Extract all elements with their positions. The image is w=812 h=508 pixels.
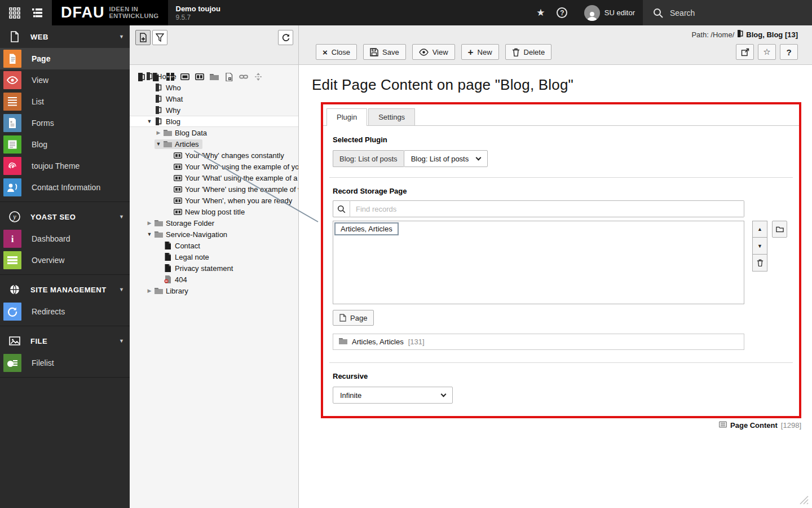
drag-divider-icon[interactable] — [253, 72, 264, 82]
pagetree-toolbar — [130, 25, 298, 65]
chevron-down-icon[interactable]: ▼ — [119, 338, 124, 344]
drag-shortcut-page-icon[interactable] — [135, 72, 147, 82]
bookmark-star-icon[interactable]: ★ — [531, 0, 550, 25]
tree-item-articles[interactable]: ▼ Articles — [130, 138, 298, 150]
drag-link-icon[interactable] — [238, 72, 249, 82]
recursive-label: Recursive — [333, 372, 789, 380]
dfau-logo[interactable]: DFAU IDEEN INENTWICKLUNG — [52, 0, 168, 25]
tree-item-blog[interactable]: ▼ Blog — [130, 116, 298, 127]
tree-item-privacy-statement[interactable]: Privacy statement — [130, 262, 298, 274]
tree-item-service-navigation[interactable]: ▼ Service-Navigation — [130, 229, 298, 240]
section-header-file[interactable]: FILE ▼ — [0, 330, 130, 352]
module-sidebar: WEB ▼ Page View List Forms Blog — [0, 25, 130, 508]
sidebar-item-view[interactable]: View — [0, 69, 130, 91]
collapse-icon[interactable]: ▼ — [145, 231, 153, 237]
tree-item-blog-post[interactable]: Your 'Why' changes constantly — [130, 150, 298, 161]
section-header-web[interactable]: WEB ▼ — [0, 25, 130, 48]
sidebar-item-toujou-theme[interactable]: toujou Theme — [0, 155, 130, 177]
pagetree-toggle-icon[interactable] — [28, 4, 46, 22]
content-panel: Path: /Home/ Blog, Blog [13] × Close Sav… — [299, 25, 812, 508]
current-page-ref: Blog, Blog [13] — [746, 30, 798, 39]
sidebar-item-overview[interactable]: Overview — [0, 249, 130, 271]
new-button[interactable]: + New — [461, 44, 499, 60]
tree-item-who[interactable]: Who — [130, 82, 298, 93]
close-button[interactable]: × Close — [316, 44, 357, 60]
remove-item-button[interactable] — [752, 255, 767, 271]
tab-plugin[interactable]: Plugin — [326, 108, 367, 126]
filter-button[interactable] — [152, 30, 167, 45]
collapse-icon[interactable]: ▼ — [155, 141, 162, 147]
recursive-select[interactable]: Infinite — [333, 387, 453, 404]
move-up-button[interactable]: ▲ — [752, 221, 767, 238]
chevron-down-icon[interactable]: ▼ — [119, 287, 124, 292]
open-in-new-window-button[interactable] — [736, 44, 754, 60]
doc-header: Path: /Home/ Blog, Blog [13] × Close Sav… — [299, 25, 812, 65]
save-button[interactable]: Save — [363, 44, 406, 60]
tree-item-legal-note[interactable]: Legal note — [130, 251, 298, 262]
drag-folder-icon[interactable] — [209, 72, 220, 82]
expand-icon[interactable]: ▶ — [145, 288, 153, 294]
refresh-button[interactable] — [278, 30, 293, 45]
tree-item-blog-data[interactable]: ▶ Blog Data — [130, 127, 298, 138]
sidebar-item-dashboard[interactable]: i Dashboard — [0, 228, 130, 249]
page-outline-icon — [339, 314, 346, 322]
help-button[interactable]: ? — [780, 44, 798, 60]
tree-item-blog-post[interactable]: Your 'Who' using the example of yo — [130, 161, 298, 172]
overview-lines-icon — [3, 251, 21, 269]
tree-item-blog-post[interactable]: Your 'When', when you are ready — [130, 195, 298, 206]
tree-item-why[interactable]: Why — [130, 104, 298, 116]
drag-textmedia-icon[interactable] — [194, 72, 205, 82]
record-row-articles[interactable]: Articles, Articles [131] — [333, 334, 744, 350]
tree-item-404[interactable]: 404 — [130, 274, 298, 285]
logo-claim: IDEEN INENTWICKLUNG — [109, 6, 159, 19]
find-records-input[interactable] — [350, 200, 744, 217]
sidebar-item-page[interactable]: Page — [0, 48, 130, 69]
collapse-icon[interactable]: ▼ — [145, 119, 153, 124]
drag-page-icon[interactable] — [150, 72, 161, 82]
chevron-down-icon[interactable]: ▼ — [119, 214, 124, 220]
expand-icon[interactable]: ▶ — [155, 130, 162, 135]
dashboard-info-icon: i — [3, 230, 21, 248]
drag-paste-icon[interactable] — [223, 72, 235, 82]
tree-item-blog-post[interactable]: Your 'What' using the example of a — [130, 172, 298, 183]
tree-item-blog-post[interactable]: Your 'Where' using the example of w — [130, 183, 298, 195]
tree-item-blog-post[interactable]: New blog post title — [130, 206, 298, 217]
selected-pages-listbox[interactable]: Articles, Articles — [333, 221, 744, 304]
plugin-select[interactable]: Blog: List of posts — [404, 150, 488, 167]
section-header-site-management[interactable]: SITE MANAGEMENT ▼ — [0, 278, 130, 301]
chevron-down-icon[interactable]: ▼ — [119, 34, 124, 40]
sidebar-item-filelist[interactable]: Filelist — [0, 352, 130, 374]
drag-grid-icon[interactable] — [165, 72, 176, 82]
section-header-yoast[interactable]: y YOAST SEO ▼ — [0, 205, 130, 228]
tree-item-library[interactable]: ▶ Library — [130, 285, 298, 296]
selected-page-option[interactable]: Articles, Articles — [334, 222, 399, 235]
move-down-button[interactable]: ▼ — [752, 238, 767, 255]
tree-item-what[interactable]: What — [130, 93, 298, 104]
help-icon[interactable]: ? — [553, 0, 572, 25]
modules-grid-icon[interactable] — [6, 4, 24, 22]
sidebar-item-list[interactable]: List — [0, 91, 130, 112]
expand-icon[interactable]: ▶ — [145, 220, 153, 226]
bookmark-button[interactable]: ☆ — [758, 44, 776, 60]
sidebar-item-blog[interactable]: Blog — [0, 134, 130, 155]
user-menu[interactable]: SU editor — [576, 0, 643, 25]
sidebar-item-forms[interactable]: Forms — [0, 112, 130, 134]
tree-item-storage-folder[interactable]: ▶ Storage Folder — [130, 217, 298, 229]
folder-icon — [339, 338, 347, 346]
browse-records-button[interactable] — [772, 221, 787, 238]
delete-button[interactable]: Delete — [505, 44, 552, 60]
tab-settings[interactable]: Settings — [368, 108, 415, 125]
sidebar-item-contact-information[interactable]: Contact Information — [0, 177, 130, 198]
resize-grip[interactable] — [796, 492, 809, 505]
global-search[interactable]: Search — [643, 0, 812, 25]
meta-buttons: ☆ ? — [736, 44, 798, 60]
drag-content-element-icon[interactable] — [179, 72, 191, 82]
view-button[interactable]: View — [412, 44, 455, 60]
tree-item-contact[interactable]: Contact — [130, 240, 298, 251]
page-icon — [737, 30, 743, 39]
new-page-button[interactable] — [135, 30, 151, 45]
sidebar-item-redirects[interactable]: Redirects — [0, 301, 130, 322]
articles-highlight: ▼ Articles — [155, 139, 202, 149]
site-info: Demo toujou 9.5.7 — [168, 0, 258, 25]
browse-page-button[interactable]: Page — [333, 310, 374, 326]
